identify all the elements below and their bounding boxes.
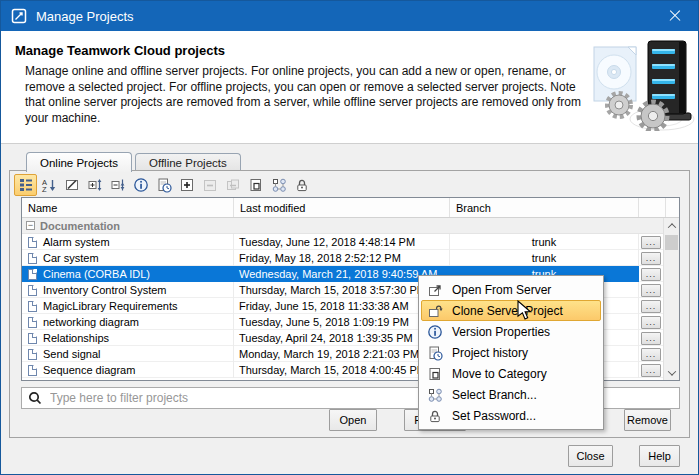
rename-icon bbox=[64, 177, 80, 193]
menu-item-open-from-server[interactable]: Open From Server bbox=[421, 279, 601, 300]
mouse-cursor-icon bbox=[517, 300, 532, 321]
add-category-icon bbox=[179, 177, 195, 193]
menu-item-label: Set Password... bbox=[452, 409, 536, 423]
toolbar-button-remove-category[interactable] bbox=[198, 174, 221, 196]
toolbar-button-collapse-all[interactable] bbox=[106, 174, 129, 196]
titlebar[interactable]: Manage Projects bbox=[1, 1, 698, 31]
manage-projects-dialog: Manage Projects Manage Teamwork Cloud pr… bbox=[0, 0, 699, 475]
branch-more-button[interactable]: ... bbox=[641, 332, 661, 345]
toolbar-button-expand-all[interactable] bbox=[83, 174, 106, 196]
expand-all-icon bbox=[87, 177, 103, 193]
column-header-branch[interactable]: Branch bbox=[450, 198, 639, 217]
tab-offline-projects-label: Offline Projects bbox=[149, 157, 227, 169]
branch-more-button[interactable]: ... bbox=[641, 284, 661, 297]
toolbar-button-select-branch[interactable] bbox=[267, 174, 290, 196]
info-icon bbox=[427, 324, 443, 340]
collapse-all-icon bbox=[110, 177, 126, 193]
project-name: Cinema (CORBA IDL) bbox=[43, 268, 150, 280]
project-branch: trunk bbox=[450, 250, 639, 266]
close-window-button[interactable] bbox=[652, 1, 698, 31]
project-document-icon bbox=[28, 317, 37, 328]
toolbar-button-move-to-category[interactable] bbox=[244, 174, 267, 196]
branch-more-button[interactable]: ... bbox=[641, 316, 661, 329]
toolbar-button-set-password[interactable] bbox=[290, 174, 313, 196]
toolbar-button-sort-alphabetically[interactable]: A Z bbox=[37, 174, 60, 196]
clone-server-project-icon bbox=[427, 303, 443, 319]
tab-online-projects[interactable]: Online Projects bbox=[26, 152, 132, 172]
menu-item-label: Select Branch... bbox=[452, 388, 537, 402]
toolbar-button-project-info[interactable] bbox=[129, 174, 152, 196]
project-name: Sequence diagram bbox=[43, 364, 135, 376]
sort-az-icon: A Z bbox=[41, 177, 57, 193]
collapse-group-icon[interactable]: − bbox=[26, 221, 35, 230]
remove-category-icon bbox=[202, 177, 218, 193]
project-last-modified: Tuesday, June 12, 2018 4:48:14 PM bbox=[234, 234, 450, 250]
project-name: Car system bbox=[43, 252, 99, 264]
chevron-up-icon bbox=[668, 223, 676, 231]
menu-item-project-history[interactable]: Project history bbox=[421, 342, 601, 363]
toolbar-button-rename[interactable] bbox=[60, 174, 83, 196]
server-illustration bbox=[590, 39, 696, 131]
menu-item-version-properties[interactable]: Version Properties bbox=[421, 321, 601, 342]
vertical-scrollbar[interactable] bbox=[663, 218, 679, 380]
category-label: Documentation bbox=[40, 220, 120, 232]
branch-more-button[interactable]: ... bbox=[641, 364, 661, 377]
context-menu: Open From Server Clone Server Project Ve… bbox=[418, 275, 604, 430]
move-to-category-icon bbox=[427, 366, 443, 382]
branch-more-button[interactable]: ... bbox=[641, 300, 661, 313]
scroll-up-button[interactable] bbox=[664, 218, 680, 233]
chevron-down-icon bbox=[668, 367, 676, 375]
menu-item-select-branch[interactable]: Select Branch... bbox=[421, 384, 601, 405]
column-header-more bbox=[639, 198, 665, 217]
lock-icon bbox=[427, 408, 443, 424]
project-document-icon bbox=[28, 365, 37, 376]
branch-more-button[interactable]: ... bbox=[641, 252, 661, 265]
category-row-documentation[interactable]: − Documentation bbox=[22, 218, 663, 234]
branch-more-button[interactable]: ... bbox=[641, 348, 661, 361]
project-name: networking diagram bbox=[43, 316, 139, 328]
project-name: Relationships bbox=[43, 332, 109, 344]
scrollbar-thumb[interactable] bbox=[665, 235, 678, 250]
svg-text:Z: Z bbox=[42, 185, 47, 193]
menu-item-clone-server-project[interactable]: Clone Server Project bbox=[421, 300, 601, 321]
remove-button[interactable]: Remove bbox=[624, 409, 671, 431]
tab-online-projects-label: Online Projects bbox=[40, 157, 118, 169]
header-title: Manage Teamwork Cloud projects bbox=[15, 43, 225, 58]
project-name: Send signal bbox=[43, 348, 101, 360]
move-to-icon bbox=[225, 177, 241, 193]
menu-item-label: Open From Server bbox=[452, 283, 551, 297]
toolbar-button-create-category[interactable] bbox=[175, 174, 198, 196]
app-icon bbox=[11, 8, 27, 24]
menu-item-label: Move to Category bbox=[452, 367, 547, 381]
project-name: MagicLibrary Requirements bbox=[43, 300, 178, 312]
branch-more-button[interactable]: ... bbox=[641, 268, 661, 281]
column-header-last-modified[interactable]: Last modified bbox=[234, 198, 450, 217]
close-button[interactable]: Close bbox=[568, 445, 613, 467]
project-name: Alarm system bbox=[43, 236, 110, 248]
open-from-server-icon bbox=[427, 282, 443, 298]
tab-bar: Online Projects Offline Projects bbox=[26, 152, 244, 171]
toolbar-button-project-history[interactable] bbox=[152, 174, 175, 196]
table-row[interactable]: Car system Friday, May 18, 2018 2:52:12 … bbox=[22, 250, 663, 266]
window-title: Manage Projects bbox=[36, 9, 134, 24]
project-last-modified: Friday, May 18, 2018 2:52:12 PM bbox=[234, 250, 450, 266]
column-header-name[interactable]: Name bbox=[22, 198, 234, 217]
toolbar-button-show-categories[interactable] bbox=[14, 174, 37, 196]
tab-offline-projects[interactable]: Offline Projects bbox=[135, 153, 241, 171]
table-row[interactable]: Alarm system Tuesday, June 12, 2018 4:48… bbox=[22, 234, 663, 250]
scroll-down-button[interactable] bbox=[664, 365, 680, 380]
show-categories-icon bbox=[18, 177, 34, 193]
close-icon bbox=[669, 10, 681, 22]
info-icon bbox=[133, 177, 149, 193]
dialog-header: Manage Teamwork Cloud projects Manage on… bbox=[1, 31, 698, 144]
menu-item-move-to-category[interactable]: Move to Category bbox=[421, 363, 601, 384]
table-header: Name Last modified Branch bbox=[22, 198, 679, 218]
help-button[interactable]: Help bbox=[639, 445, 680, 467]
magnifier-icon bbox=[28, 391, 42, 405]
branch-more-button[interactable]: ... bbox=[641, 236, 661, 249]
toolbar-button-move-to[interactable] bbox=[221, 174, 244, 196]
project-document-icon bbox=[28, 253, 37, 264]
menu-item-set-password[interactable]: Set Password... bbox=[421, 405, 601, 426]
open-button[interactable]: Open bbox=[329, 409, 377, 431]
history-icon bbox=[427, 345, 443, 361]
